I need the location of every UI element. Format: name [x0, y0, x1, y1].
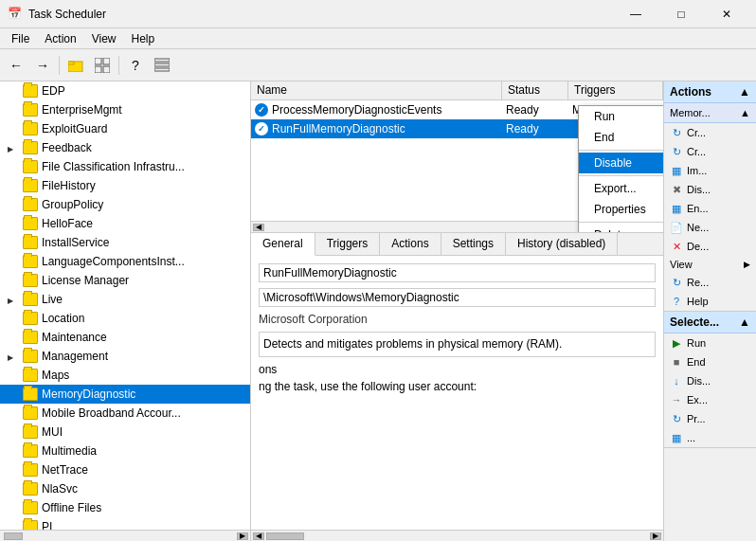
action-delete[interactable]: ✕ De... — [664, 237, 756, 256]
tab-history[interactable]: History (disabled) — [506, 233, 618, 255]
sidebar-item[interactable]: File Classification Infrastru... — [0, 157, 250, 176]
action-create1[interactable]: ↻ Cr... — [664, 123, 756, 142]
selected-run[interactable]: ▶ Run — [664, 334, 756, 352]
menu-action[interactable]: Action — [37, 30, 83, 47]
sidebar-item[interactable]: GroupPolicy — [0, 195, 250, 214]
main-layout: EDPEnterpriseMgmtExploitGuardFeedbackFil… — [0, 81, 756, 541]
create1-icon: ↻ — [670, 126, 683, 139]
selected-section-header[interactable]: Selecte... ▲ — [664, 312, 756, 334]
tab-triggers[interactable]: Triggers — [315, 233, 381, 255]
context-menu-export[interactable]: Export... — [579, 178, 663, 199]
view-submenu-icon: ▶ — [744, 260, 750, 269]
minimize-button[interactable]: — — [614, 0, 657, 28]
sidebar-item[interactable]: InstallService — [0, 233, 250, 252]
maximize-button[interactable]: □ — [659, 0, 703, 28]
selected-more[interactable]: ▦ ... — [664, 428, 756, 447]
sidebar-item[interactable]: Management — [0, 347, 250, 366]
menu-help[interactable]: Help — [124, 30, 163, 47]
help-toolbar-button[interactable]: ? — [123, 53, 148, 78]
action-enable[interactable]: ▦ En... — [664, 199, 756, 218]
sidebar-item-label: Management — [42, 350, 108, 363]
sidebar-item[interactable]: License Manager — [0, 271, 250, 290]
sidebar-item[interactable]: Multimedia — [0, 442, 250, 460]
new-icon: 📄 — [670, 221, 683, 234]
task-description-field: Detects and mitigates problems in physic… — [259, 332, 656, 357]
list-view-button[interactable] — [150, 53, 174, 78]
sidebar-item[interactable]: Mobile Broadband Accour... — [0, 404, 250, 423]
col-header-status[interactable]: Status — [502, 81, 568, 99]
sidebar-item[interactable]: EDP — [0, 81, 250, 100]
sidebar-item[interactable]: MUI — [0, 423, 250, 442]
sidebar-item-label: Live — [42, 293, 63, 306]
folder-icon — [23, 331, 38, 344]
action-disable[interactable]: ✖ Dis... — [664, 180, 756, 199]
actions-section-header[interactable]: Actions ▲ — [664, 81, 756, 103]
sidebar-item-label: Offline Files — [42, 501, 101, 514]
action-new[interactable]: 📄 Ne... — [664, 218, 756, 237]
svg-rect-8 — [154, 68, 170, 71]
sidebar-item[interactable]: LanguageComponentsInst... — [0, 252, 250, 271]
sidebar-item-label: NlaSvc — [42, 482, 78, 496]
tab-actions[interactable]: Actions — [380, 233, 441, 255]
sidebar-item[interactable]: Maps — [0, 366, 250, 385]
forward-button[interactable]: → — [30, 53, 55, 78]
sidebar-item[interactable]: Location — [0, 309, 250, 328]
selected-properties[interactable]: ↻ Pr... — [664, 409, 756, 428]
selected-section: Selecte... ▲ ▶ Run ■ End ↓ Dis... → Ex..… — [664, 312, 756, 448]
sidebar-scroll[interactable]: EDPEnterpriseMgmtExploitGuardFeedbackFil… — [0, 81, 250, 530]
refresh-icon: ↻ — [670, 276, 683, 289]
detail-hscroll[interactable]: ◀ ▶ — [251, 530, 663, 541]
sidebar-item[interactable]: Feedback — [0, 138, 250, 157]
sidebar-item[interactable]: NlaSvc — [0, 479, 250, 498]
sidebar-item[interactable]: EnterpriseMgmt — [0, 100, 250, 119]
action-import[interactable]: ▦ Im... — [664, 161, 756, 180]
detail-pane: RunFullMemoryDiagnostic \Microsoft\Windo… — [251, 256, 663, 530]
sidebar-item[interactable]: PI — [0, 517, 250, 530]
sidebar-item[interactable]: MemoryDiagnostic — [0, 385, 250, 404]
action-create2[interactable]: ↻ Cr... — [664, 142, 756, 161]
sidebar-item-label: NetTrace — [42, 463, 88, 477]
actions-subsection-header[interactable]: Memor... ▲ — [664, 103, 756, 123]
menu-view[interactable]: View — [84, 30, 124, 47]
sidebar-item[interactable]: Offline Files — [0, 498, 250, 517]
close-button[interactable]: ✕ — [705, 0, 748, 28]
selected-export[interactable]: → Ex... — [664, 390, 756, 409]
menu-file[interactable]: File — [4, 30, 37, 47]
tab-settings[interactable]: Settings — [441, 233, 506, 255]
selected-disable[interactable]: ↓ Dis... — [664, 371, 756, 390]
more-icon: ▦ — [670, 431, 683, 444]
sidebar-hscroll[interactable]: ▶ — [0, 530, 250, 541]
view-button[interactable] — [90, 53, 115, 78]
folder-icon — [23, 103, 38, 117]
context-menu-disable[interactable]: Disable — [579, 153, 663, 173]
sidebar-item[interactable]: HelloFace — [0, 214, 250, 233]
back-button[interactable]: ← — [4, 53, 28, 78]
tab-bar: General Triggers Actions Settings Histor… — [251, 233, 663, 256]
selected-end[interactable]: ■ End — [664, 352, 756, 371]
sidebar-item[interactable]: FileHistory — [0, 176, 250, 195]
context-menu-properties[interactable]: Properties — [579, 199, 663, 220]
task-status-icon: ✓ — [255, 103, 268, 117]
sidebar-item-label: Maintenance — [42, 331, 107, 344]
folder-icon — [23, 84, 38, 98]
sidebar-item[interactable]: ExploitGuard — [0, 119, 250, 138]
sidebar-item[interactable]: Live — [0, 290, 250, 309]
task-location-value: \Microsoft\Windows\MemoryDiagnostic — [259, 288, 656, 307]
sidebar-item[interactable]: Maintenance — [0, 328, 250, 347]
action-help[interactable]: ? Help — [664, 292, 756, 311]
context-menu-end[interactable]: End — [579, 127, 663, 148]
sidebar-item-label: License Manager — [42, 274, 129, 287]
col-header-name[interactable]: Name — [251, 81, 502, 99]
folder-button[interactable] — [63, 53, 88, 78]
tab-general[interactable]: General — [251, 233, 315, 256]
sidebar-item[interactable]: NetTrace — [0, 460, 250, 479]
folder-icon — [23, 198, 38, 211]
col-header-triggers[interactable]: Triggers — [568, 81, 663, 99]
selected-more-label: ... — [687, 432, 695, 443]
sidebar-item-label: Location — [42, 312, 84, 325]
folder-icon — [23, 501, 38, 514]
action-refresh[interactable]: ↻ Re... — [664, 273, 756, 292]
context-menu-run[interactable]: Run — [579, 106, 663, 127]
context-menu-delete[interactable]: Delete — [579, 225, 663, 233]
action-view[interactable]: View ▶ — [664, 256, 756, 273]
